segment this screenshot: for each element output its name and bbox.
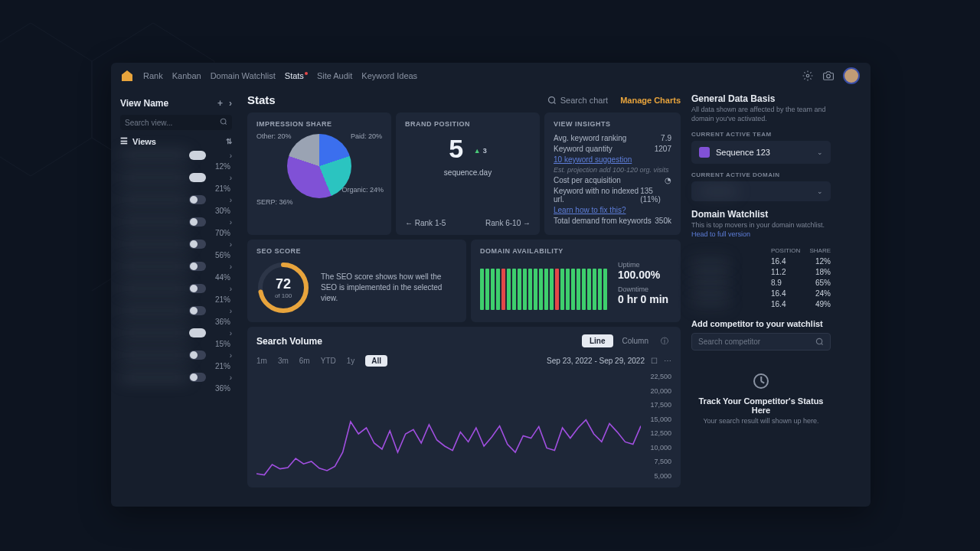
- chevron-right-icon: ›: [230, 240, 232, 249]
- manage-charts-link[interactable]: Manage Charts: [620, 96, 681, 105]
- y-axis: 22,50020,00017,50015,00012,50010,0007,50…: [641, 373, 671, 480]
- app-window: RankKanbanDomain WatchlistStatsSite Audi…: [111, 63, 871, 507]
- help-icon[interactable]: ⓘ: [658, 336, 671, 347]
- nav-tab-stats[interactable]: Stats: [285, 71, 308, 80]
- view-item[interactable]: ›: [120, 217, 232, 227]
- chevron-right-icon: ›: [230, 373, 232, 382]
- view-item[interactable]: ›: [120, 284, 232, 293]
- insight-row: Cost per acquisition◔: [554, 176, 671, 184]
- date-range[interactable]: Sep 23, 2022 - Sep 29, 2022: [547, 357, 645, 365]
- range-3m[interactable]: 3m: [278, 357, 289, 365]
- uptime-bar: [587, 269, 591, 310]
- view-toggle[interactable]: [189, 262, 206, 271]
- sort-icon[interactable]: ⇅: [226, 137, 232, 145]
- chevron-right-icon: ›: [230, 285, 232, 293]
- view-pct: 21%: [120, 362, 232, 370]
- view-item[interactable]: ›: [120, 373, 232, 382]
- uptime-value: 100.00%: [618, 269, 668, 281]
- rank-prev-button[interactable]: ← Rank 1-5: [405, 219, 446, 227]
- range-1m[interactable]: 1m: [256, 357, 267, 365]
- seo-score-desc: The SEO score shows how well the SEO is …: [321, 272, 457, 304]
- uptime-bar: [571, 269, 575, 310]
- nav-tab-kanban[interactable]: Kanban: [172, 71, 201, 80]
- view-toggle[interactable]: [189, 240, 206, 249]
- watchlist-row[interactable]: 16.412%: [691, 257, 831, 266]
- range-1y[interactable]: 1y: [347, 357, 355, 365]
- toggle-column[interactable]: Column: [615, 334, 656, 347]
- search-chart-input[interactable]: Search chart: [547, 96, 608, 105]
- watchlist-link[interactable]: Head to full version: [691, 230, 750, 238]
- insight-link[interactable]: 10 keyword suggestion: [554, 155, 632, 164]
- view-name-blurred: [120, 240, 189, 248]
- svg-point-3: [548, 96, 554, 103]
- watchlist-row[interactable]: 11.218%: [691, 268, 831, 276]
- top-nav: RankKanbanDomain WatchlistStatsSite Audi…: [111, 63, 871, 89]
- nav-tab-domain-watchlist[interactable]: Domain Watchlist: [211, 71, 276, 80]
- view-toggle[interactable]: [189, 284, 206, 293]
- competitor-input[interactable]: Search competitor: [691, 333, 831, 350]
- view-toggle[interactable]: [189, 328, 206, 337]
- uptime-bar: [528, 269, 532, 310]
- view-name-blurred: [120, 373, 189, 381]
- empty-text: Your search result will shown up here.: [691, 417, 831, 425]
- range-YTD[interactable]: YTD: [321, 357, 336, 365]
- view-toggle[interactable]: [189, 173, 206, 182]
- view-item[interactable]: ›: [120, 350, 232, 360]
- view-item[interactable]: ›: [120, 240, 232, 249]
- view-item[interactable]: ›: [120, 173, 232, 182]
- view-item[interactable]: ›: [120, 306, 232, 315]
- view-name-blurred: [120, 262, 189, 270]
- nav-tab-rank[interactable]: Rank: [143, 71, 163, 80]
- view-toggle[interactable]: [189, 373, 206, 382]
- view-toggle[interactable]: [189, 195, 206, 204]
- view-item[interactable]: ›: [120, 195, 232, 204]
- team-dropdown[interactable]: Sequence 123 ⌄: [691, 141, 831, 164]
- card-title: IMPRESSION SHARE: [256, 120, 382, 128]
- view-item[interactable]: ›: [120, 262, 232, 271]
- y-tick: 12,500: [641, 429, 671, 437]
- logo-icon[interactable]: [122, 70, 132, 81]
- calendar-icon[interactable]: ☐: [651, 357, 658, 365]
- view-toggle[interactable]: [189, 217, 206, 227]
- watchlist-row[interactable]: 8.965%: [691, 279, 831, 287]
- y-tick: 15,000: [641, 416, 671, 423]
- brand-rank: 5: [449, 134, 463, 163]
- view-pct: 21%: [120, 295, 232, 304]
- y-tick: 17,500: [641, 401, 671, 409]
- nav-tab-keyword-ideas[interactable]: Keyword Ideas: [361, 71, 417, 80]
- view-item[interactable]: ›: [120, 328, 232, 337]
- view-toggle[interactable]: [189, 306, 206, 315]
- insight-link[interactable]: Learn how to fix this?: [554, 206, 626, 214]
- range-All[interactable]: All: [365, 355, 387, 367]
- avatar[interactable]: [843, 67, 860, 84]
- watchlist-header: Domain Watchlist: [691, 209, 831, 220]
- watchlist-row[interactable]: 16.424%: [691, 289, 831, 298]
- view-toggle[interactable]: [189, 151, 206, 160]
- watchlist-row[interactable]: 16.449%: [691, 300, 831, 308]
- uptime-bar: [491, 269, 495, 310]
- seo-score-card: SEO SCORE 72of 100 The SEO score shows h…: [247, 240, 466, 322]
- view-name-blurred: [120, 174, 189, 181]
- camera-icon[interactable]: [822, 70, 834, 82]
- right-hint: All data shown are affected by the team …: [691, 106, 831, 123]
- uptime-bar: [518, 269, 521, 310]
- insight-row: Keyword quantity1207: [554, 145, 671, 153]
- chevron-right-icon: ›: [230, 307, 232, 315]
- view-item[interactable]: ›: [120, 151, 232, 160]
- nav-tab-site-audit[interactable]: Site Audit: [317, 71, 352, 80]
- range-6m[interactable]: 6m: [299, 357, 310, 365]
- downtime-label: Downtime: [618, 285, 668, 293]
- y-tick: 22,500: [641, 373, 671, 380]
- next-view-icon[interactable]: ›: [229, 98, 232, 109]
- more-icon[interactable]: ⋯: [664, 357, 671, 365]
- toggle-line[interactable]: Line: [582, 334, 613, 347]
- view-pct: 70%: [120, 229, 232, 237]
- svg-point-6: [816, 338, 822, 344]
- domain-dropdown[interactable]: ⌄: [691, 181, 831, 201]
- rank-next-button[interactable]: Rank 6-10 →: [485, 219, 531, 227]
- folder-icon: ☰: [120, 136, 128, 146]
- search-view-input[interactable]: Search view...: [120, 115, 232, 130]
- settings-icon[interactable]: [802, 70, 813, 82]
- view-toggle[interactable]: [189, 350, 206, 360]
- add-view-icon[interactable]: +: [217, 98, 223, 109]
